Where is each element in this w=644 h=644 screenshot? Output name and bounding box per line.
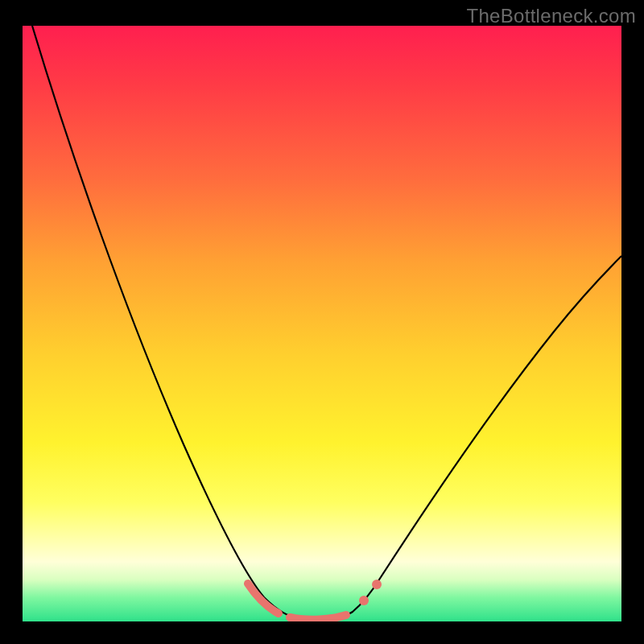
- marker-segment-left: [248, 584, 279, 613]
- attribution-label: TheBottleneck.com: [466, 5, 636, 27]
- marker-point-1: [359, 596, 369, 605]
- marker-point-2: [372, 580, 382, 589]
- bottleneck-curve: [23, 26, 621, 621]
- chart-frame: TheBottleneck.com: [0, 0, 644, 644]
- curve-path: [32, 26, 621, 621]
- marker-segment-floor: [290, 615, 346, 620]
- plot-area: [23, 26, 621, 621]
